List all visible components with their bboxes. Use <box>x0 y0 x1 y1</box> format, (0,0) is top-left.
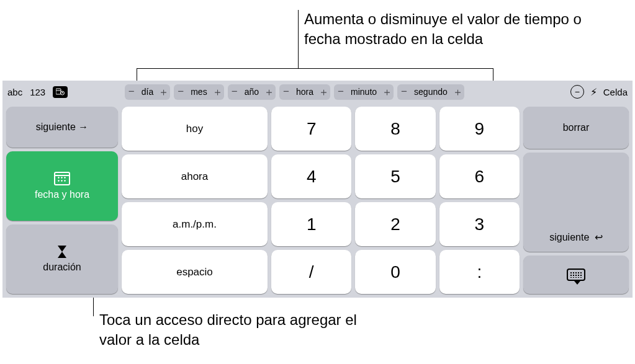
key-label: duración <box>43 262 81 273</box>
key-label: : <box>477 262 482 282</box>
keyboard-toolbar: abc 123 − día ＋ − mes ＋ − año ＋ <box>2 81 633 103</box>
stepper-hora[interactable]: − hora ＋ <box>279 84 330 100</box>
minus-icon[interactable]: − <box>399 86 409 98</box>
borrar-button[interactable]: borrar <box>523 107 629 149</box>
key-label: / <box>309 262 314 282</box>
key-label: 6 <box>475 167 485 187</box>
key-label: a.m./p.m. <box>173 218 217 231</box>
keyboard-hide-icon <box>567 269 585 281</box>
key-label: siguiente <box>36 122 89 133</box>
key-label: espacio <box>176 266 213 278</box>
keypad-5[interactable]: 5 <box>355 154 435 198</box>
keypad-slash[interactable]: / <box>271 250 351 294</box>
minus-icon[interactable]: − <box>176 86 186 98</box>
hourglass-icon <box>58 246 66 258</box>
key-label: fecha y hora <box>35 189 89 200</box>
key-label: borrar <box>563 122 590 133</box>
keypad-colon[interactable]: : <box>439 250 520 294</box>
stepper-label: año <box>242 87 261 97</box>
stepper-ano[interactable]: − año ＋ <box>228 84 276 100</box>
minus-icon[interactable]: − <box>127 86 137 98</box>
shortcut-espacio[interactable]: espacio <box>122 250 268 294</box>
key-label: 2 <box>390 215 400 234</box>
plus-icon[interactable]: ＋ <box>264 85 274 99</box>
siguiente-return-button[interactable]: siguiente <box>523 153 629 252</box>
keypad-8[interactable]: 8 <box>355 107 435 151</box>
datetime-keyboard: abc 123 − día ＋ − mes ＋ − año ＋ <box>2 81 633 298</box>
shortcut-hoy[interactable]: hoy <box>122 107 268 151</box>
svg-rect-0 <box>56 89 61 94</box>
minus-icon[interactable]: − <box>230 86 240 98</box>
stepper-mes[interactable]: − mes ＋ <box>174 84 223 100</box>
plus-icon[interactable]: ＋ <box>212 85 222 99</box>
stepper-row: − día ＋ − mes ＋ − año ＋ − hora ＋ − minut <box>125 84 464 100</box>
plus-icon[interactable]: ＋ <box>453 85 462 99</box>
key-label: 0 <box>390 262 400 282</box>
keypad-1[interactable]: 1 <box>271 202 351 246</box>
key-label: hoy <box>186 123 203 135</box>
mode-abc[interactable]: abc <box>7 87 22 97</box>
keypad-4[interactable]: 4 <box>271 154 351 198</box>
callout-line <box>298 10 299 68</box>
plus-icon[interactable]: ＋ <box>158 85 168 99</box>
callout-line <box>137 68 493 69</box>
plus-icon[interactable]: ＋ <box>382 85 392 99</box>
undo-icon[interactable]: − <box>570 85 584 99</box>
minus-icon[interactable]: − <box>336 86 346 98</box>
key-label: 5 <box>390 167 400 187</box>
plus-icon[interactable]: ＋ <box>318 85 328 99</box>
key-label: 1 <box>307 215 317 234</box>
keypad-6[interactable]: 6 <box>439 154 520 198</box>
keypad-0[interactable]: 0 <box>355 250 435 294</box>
calendar-icon <box>54 172 70 185</box>
stepper-label: segundo <box>412 87 450 97</box>
stepper-label: hora <box>294 87 316 97</box>
mode-123[interactable]: 123 <box>30 87 45 97</box>
key-label: siguiente <box>549 231 603 243</box>
cell-label[interactable]: Celda <box>603 87 628 97</box>
key-label: 4 <box>307 167 317 187</box>
stepper-label: mes <box>188 87 209 97</box>
key-label: 7 <box>307 119 317 139</box>
key-label: 9 <box>475 119 485 139</box>
key-label: 8 <box>390 119 400 139</box>
shortcut-ahora[interactable]: ahora <box>122 154 268 198</box>
callout-top: Aumenta o disminuye el valor de tiempo o… <box>304 9 583 50</box>
stepper-label: día <box>139 87 156 97</box>
stepper-minuto[interactable]: − minuto ＋ <box>334 84 394 100</box>
key-label: 3 <box>475 215 485 234</box>
siguiente-right-button[interactable]: siguiente <box>6 107 118 148</box>
stepper-segundo[interactable]: − segundo ＋ <box>397 84 464 100</box>
keypad-2[interactable]: 2 <box>355 202 435 246</box>
fecha-hora-button[interactable]: fecha y hora <box>6 151 118 221</box>
shortcut-ampm[interactable]: a.m./p.m. <box>122 202 268 246</box>
minus-icon[interactable]: − <box>281 86 291 98</box>
keypad-3[interactable]: 3 <box>439 202 520 246</box>
callout-bottom: Toca un acceso directo para agregar el v… <box>99 310 379 350</box>
mode-datetime-icon[interactable] <box>53 86 68 98</box>
stepper-label: minuto <box>348 87 379 97</box>
stepper-dia[interactable]: − día ＋ <box>125 84 170 100</box>
hide-keyboard-button[interactable] <box>523 255 629 294</box>
key-label: ahora <box>181 171 208 183</box>
bolt-icon[interactable]: ⚡︎ <box>590 86 597 98</box>
keypad-9[interactable]: 9 <box>439 107 520 151</box>
keypad-7[interactable]: 7 <box>271 107 351 151</box>
duracion-button[interactable]: duración <box>6 224 118 294</box>
